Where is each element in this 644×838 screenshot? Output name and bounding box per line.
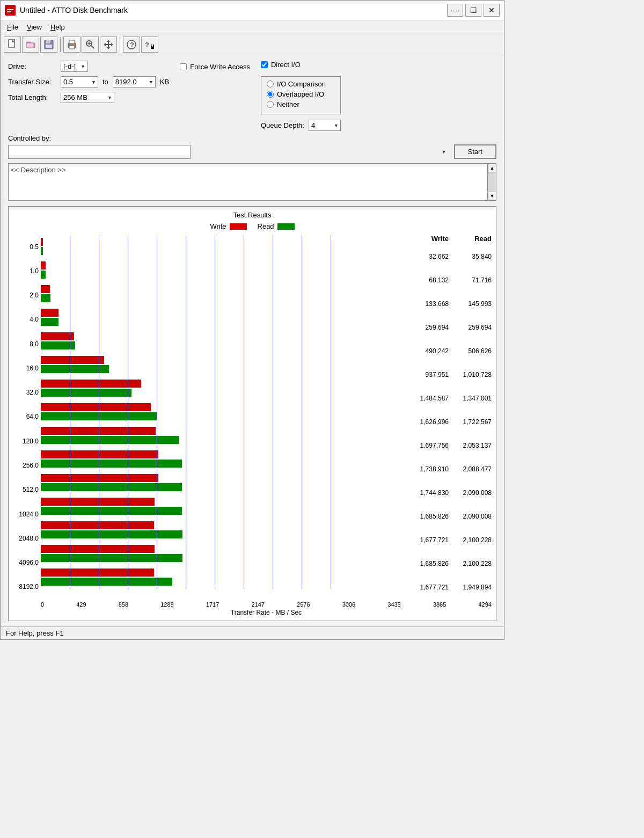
status-bar: For Help, press F1: [1, 626, 504, 639]
total-length-select[interactable]: 256 MB: [61, 92, 114, 103]
write-bar: [41, 521, 154, 529]
value-row: 1,697,7562,053,137: [411, 434, 492, 457]
results-section: Test Results Write Read 0.51.02.04.08.01…: [8, 206, 496, 621]
controlled-label-text: Controlled by:: [8, 134, 51, 142]
overlapped-io-radio[interactable]: [267, 91, 274, 98]
y-label: 2.0: [13, 283, 39, 307]
write-value: 1,697,756: [411, 442, 449, 449]
controlled-by-select[interactable]: [8, 145, 191, 159]
y-label: 1024.0: [13, 502, 39, 526]
read-value: 1,347,001: [454, 395, 492, 402]
transfer-from-select[interactable]: 0.5: [61, 76, 98, 88]
write-legend-bar: [230, 223, 247, 230]
write-value: 133,668: [411, 300, 449, 308]
scroll-down-button[interactable]: ▼: [488, 192, 496, 200]
controlled-row: Start: [8, 144, 496, 159]
total-length-label: Total Length:: [8, 93, 56, 101]
scroll-up-button[interactable]: ▲: [488, 164, 496, 172]
value-row: 1,626,9961,722,567: [411, 410, 492, 434]
y-label: 8.0: [13, 332, 39, 356]
app-icon: [5, 5, 16, 16]
save-button[interactable]: [40, 37, 57, 53]
drive-select-wrapper: [-d-]: [61, 61, 87, 72]
menu-help[interactable]: Help: [46, 21, 69, 33]
help-button[interactable]: ?: [123, 37, 140, 53]
controlled-by-label: Controlled by:: [8, 134, 496, 142]
io-comparison-radio[interactable]: [267, 81, 274, 88]
context-help-button[interactable]: ?: [141, 37, 158, 53]
write-bar: [41, 450, 158, 458]
controlled-select-wrapper: [8, 145, 449, 159]
write-value: 1,738,910: [411, 465, 449, 473]
read-bar: [41, 341, 75, 349]
chart-and-values: 0.51.02.04.08.016.032.064.0128.0256.0512…: [13, 235, 492, 599]
description-text: << Description >>: [11, 166, 494, 174]
x-axis-label: 2576: [297, 601, 310, 608]
svg-text:?: ?: [130, 41, 134, 49]
start-button[interactable]: Start: [454, 144, 496, 159]
close-button[interactable]: ✕: [484, 4, 500, 17]
read-col-header: Read: [454, 235, 492, 243]
bar-row: [41, 235, 405, 258]
bar-row: [41, 447, 405, 471]
new-button[interactable]: [4, 37, 21, 53]
scroll-track: [488, 172, 496, 192]
controlled-section: Controlled by: Start: [8, 134, 496, 159]
x-axis-label: 1288: [160, 601, 173, 608]
print-button[interactable]: [63, 37, 80, 53]
neither-row: Neither: [267, 100, 335, 108]
results-legend: Write Read: [13, 222, 492, 230]
y-label: 128.0: [13, 429, 39, 453]
read-value: 1,949,894: [454, 584, 492, 591]
y-label: 1.0: [13, 259, 39, 283]
write-bar: [41, 332, 74, 340]
write-col-header: Write: [411, 235, 449, 243]
write-legend-label: Write: [210, 222, 226, 230]
y-label: 512.0: [13, 478, 39, 501]
read-value: 71,716: [454, 276, 492, 284]
results-title: Test Results: [13, 211, 492, 219]
read-bar: [41, 271, 46, 279]
svg-rect-11: [50, 40, 51, 42]
bar-row: [41, 542, 405, 565]
read-bar: [41, 507, 182, 515]
drive-select[interactable]: [-d-]: [61, 61, 87, 72]
queue-depth-select[interactable]: 4: [309, 120, 341, 131]
menu-file[interactable]: File: [3, 21, 23, 33]
maximize-button[interactable]: ☐: [465, 4, 481, 17]
bar-row: [41, 565, 405, 589]
io-comparison-row: I/O Comparison: [267, 80, 335, 88]
transfer-to-select[interactable]: 8192.0: [113, 76, 156, 88]
value-row: 1,744,8302,090,008: [411, 481, 492, 505]
bar-row: [41, 400, 405, 424]
move-button[interactable]: [100, 37, 117, 53]
transfer-from-wrapper: 0.5: [61, 76, 98, 88]
read-value: 2,100,228: [454, 560, 492, 567]
menu-bar: File View Help: [1, 20, 504, 34]
bar-row: [41, 376, 405, 400]
minimize-button[interactable]: —: [447, 4, 463, 17]
x-axis-label: 858: [119, 601, 128, 608]
transfer-unit: KB: [160, 78, 169, 86]
open-button[interactable]: [22, 37, 39, 53]
bar-row: [41, 282, 405, 305]
read-bar: [41, 365, 109, 373]
y-label: 256.0: [13, 454, 39, 477]
read-bar: [41, 412, 157, 420]
write-value: 68,132: [411, 276, 449, 284]
write-value: 1,677,721: [411, 584, 449, 591]
form-left-col: Drive: [-d-] Transfer Size: 0.5 to: [8, 61, 169, 131]
queue-depth-label: Queue Depth:: [261, 121, 304, 129]
zoom-button[interactable]: [82, 37, 99, 53]
read-legend-bar: [277, 223, 295, 230]
svg-marker-25: [104, 43, 106, 46]
chart-with-labels: 0.51.02.04.08.016.032.064.0128.0256.0512…: [13, 235, 405, 599]
write-bar: [41, 403, 151, 411]
force-write-checkbox[interactable]: [180, 63, 187, 70]
direct-io-checkbox[interactable]: [261, 61, 268, 68]
neither-radio[interactable]: [267, 101, 274, 108]
menu-view[interactable]: View: [23, 21, 46, 33]
toolbar-separator-2: [120, 37, 120, 52]
x-axis-label: 4294: [478, 601, 491, 608]
io-comparison-label: I/O Comparison: [277, 80, 326, 88]
